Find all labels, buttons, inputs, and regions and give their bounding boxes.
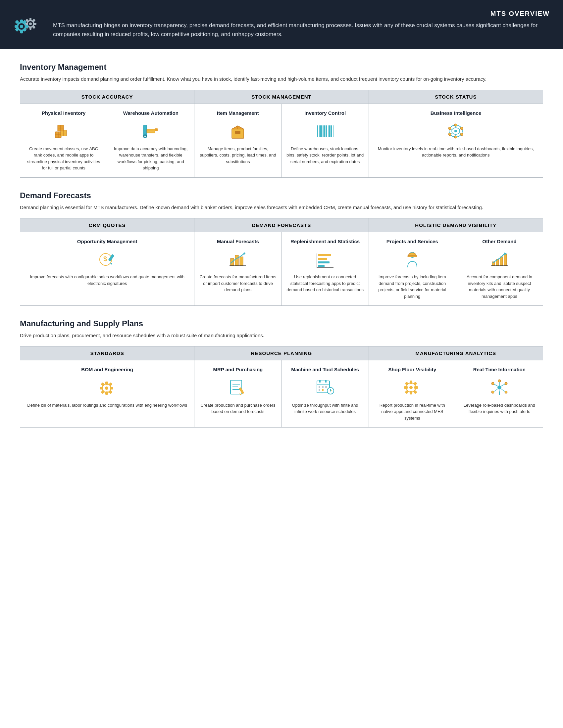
shop-gear-icon (402, 378, 422, 397)
holistic-demand-subcards: Projects and Services Improve (369, 232, 543, 306)
manual-forecasts-card: Manual Forecasts (194, 232, 282, 306)
svg-rect-70 (240, 257, 243, 266)
svg-rect-19 (23, 27, 27, 32)
stock-status-subcards: Business Intelligence (369, 104, 543, 177)
mrp-purchasing-desc: Create production and purchase orders ba… (199, 402, 276, 415)
svg-rect-5 (33, 23, 36, 25)
section-manufacturing: Manufacturing and Supply Plans Drive pro… (20, 319, 543, 428)
svg-rect-90 (105, 391, 108, 395)
manufacturing-analytics-subcards: Shop Floor Visibility (369, 360, 543, 427)
svg-rect-83 (500, 257, 503, 266)
svg-rect-91 (100, 387, 103, 389)
realtime-information-title: Real-Time Information (473, 366, 526, 373)
standards-block: STANDARDS BOM and Engineering (20, 346, 194, 427)
svg-line-135 (501, 389, 505, 391)
resource-planning-subcards: MRP and Purchasing (194, 360, 368, 427)
manufacturing-analytics-block: MANUFACTURING ANALYTICS Shop Floor Visib… (369, 346, 543, 427)
svg-rect-111 (322, 389, 324, 391)
warehouse-automation-desc: Improve data accuracy with barcoding, wa… (112, 146, 189, 171)
mrp-doc-icon (228, 378, 248, 397)
opportunity-management-desc: Improve forecasts with configurable sale… (25, 274, 189, 287)
svg-rect-48 (333, 125, 334, 137)
box-item-icon (228, 121, 248, 141)
growth-chart-icon (490, 249, 509, 269)
inventory-control-card: Inventory Control (282, 104, 369, 177)
projects-services-title: Projects and Services (387, 238, 438, 245)
svg-point-127 (492, 382, 494, 385)
demand-forecasts-header: DEMAND FORECASTS (194, 218, 368, 232)
svg-text:$: $ (103, 255, 107, 262)
svg-point-34 (144, 136, 146, 137)
crm-quotes-subcards: Opportunity Management $ Improv (20, 232, 194, 306)
machine-tool-schedules-title: Machine and Tool Schedules (291, 366, 359, 373)
inventory-control-desc: Define warehouses, stock locations, bins… (287, 146, 364, 165)
svg-point-72 (243, 252, 245, 254)
inventory-control-title: Inventory Control (305, 110, 346, 116)
svg-rect-46 (329, 125, 331, 137)
physical-inventory-title: Physical Inventory (42, 110, 86, 116)
robot-arm-icon (141, 121, 161, 141)
svg-point-128 (505, 382, 507, 385)
section-demand: Demand Forecasts Demand planning is esse… (20, 191, 543, 306)
manual-forecasts-desc: Create forecasts for manufactured items … (199, 274, 276, 293)
svg-rect-108 (322, 386, 324, 388)
barcode-icon (315, 121, 335, 141)
other-demand-card: Other Demand (456, 232, 543, 306)
svg-rect-107 (319, 386, 320, 388)
svg-rect-95 (101, 390, 104, 394)
gear-settings-icon (97, 378, 117, 397)
holistic-demand-block: HOLISTIC DEMAND VISIBILITY Projects and … (369, 218, 543, 306)
svg-point-1 (29, 23, 32, 25)
svg-rect-3 (29, 27, 31, 30)
section-inventory: Inventory Management Accurate inventory … (20, 63, 543, 178)
standards-subcards: BOM and Engineering (20, 360, 194, 427)
demand-title: Demand Forecasts (20, 191, 543, 200)
manufacturing-title: Manufacturing and Supply Plans (20, 319, 543, 328)
svg-point-54 (454, 136, 457, 138)
svg-rect-13 (20, 30, 23, 33)
stock-accuracy-header: STOCK ACCURACY (20, 90, 194, 104)
svg-point-52 (460, 127, 463, 130)
stock-status-header: STOCK STATUS (369, 90, 543, 104)
dollar-pencil-icon: $ (97, 249, 117, 269)
stock-management-block: STOCK MANAGEMENT Item Management (194, 90, 369, 177)
svg-line-132 (494, 384, 498, 386)
opportunity-management-title: Opportunity Management (77, 238, 137, 245)
other-demand-desc: Account for component demand in inventor… (461, 274, 538, 299)
svg-rect-47 (331, 125, 332, 137)
svg-rect-119 (410, 391, 412, 394)
bom-engineering-card: BOM and Engineering (20, 360, 194, 427)
svg-point-55 (448, 133, 451, 136)
svg-rect-96 (109, 390, 112, 394)
stock-accuracy-subcards: Physical Inventory (20, 104, 194, 177)
crm-quotes-block: CRM QUOTES Opportunity Management $ (20, 218, 194, 306)
resource-planning-header: RESOURCE PLANNING (194, 346, 368, 360)
manufacturing-desc: Drive production plans, procurement, and… (20, 332, 543, 340)
svg-rect-69 (235, 255, 238, 266)
demand-forecasts-block: DEMAND FORECASTS Manual Forecasts (194, 218, 369, 306)
svg-rect-110 (319, 389, 320, 391)
header-title: MTS OVERVIEW (53, 10, 550, 18)
svg-rect-14 (15, 25, 18, 28)
svg-rect-42 (323, 125, 324, 137)
stock-management-header: STOCK MANAGEMENT (194, 90, 368, 104)
replenishment-statistics-desc: Use replenishment or connected statistic… (287, 274, 364, 293)
physical-inventory-desc: Create movement classes, use ABC rank co… (25, 146, 102, 171)
svg-rect-75 (318, 261, 330, 263)
bar-chart-icon (228, 249, 248, 269)
business-intelligence-title: Business Intelligence (431, 110, 481, 116)
inventory-cards: STOCK ACCURACY Physical Inventory (20, 90, 543, 178)
svg-rect-40 (319, 125, 320, 137)
finger-tap-icon (490, 378, 509, 397)
replenishment-statistics-title: Replenishment and Statistics (291, 238, 360, 245)
manufacturing-analytics-header: MANUFACTURING ANALYTICS (369, 346, 543, 360)
svg-rect-39 (317, 125, 318, 137)
svg-point-11 (20, 25, 23, 28)
main-content: Inventory Management Accurate inventory … (0, 49, 563, 454)
svg-rect-123 (413, 382, 417, 385)
svg-rect-41 (320, 125, 322, 137)
header-right: MTS OVERVIEW MTS manufacturing hinges on… (53, 10, 550, 39)
header-description: MTS manufacturing hinges on inventory tr… (53, 21, 550, 39)
svg-rect-120 (404, 386, 408, 389)
stock-accuracy-block: STOCK ACCURACY Physical Inventory (20, 90, 194, 177)
